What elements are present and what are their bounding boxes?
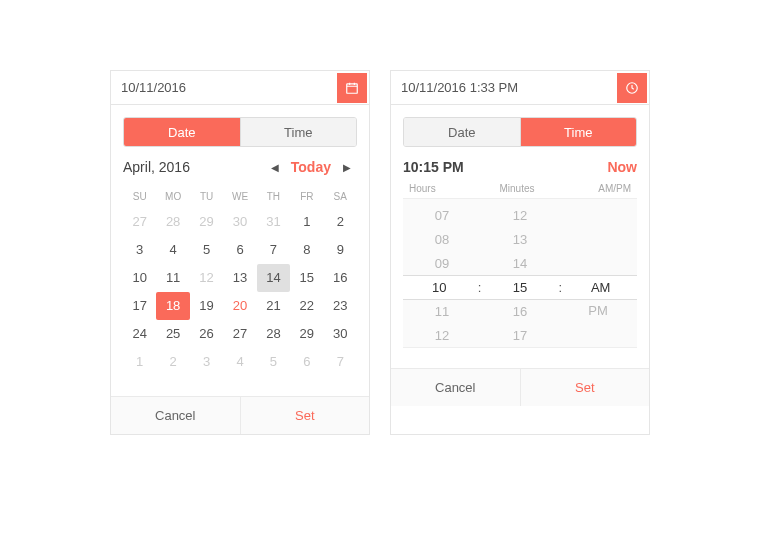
wheel-item[interactable]: 08 [435,228,449,252]
time-wheel[interactable]: 070809101112 121314151617 AMPM 10 : 15 :… [403,198,637,348]
calendar-day[interactable]: 31 [257,208,290,236]
calendar-day[interactable]: 22 [290,292,323,320]
calendar-day[interactable]: 16 [324,264,357,292]
prev-month-button[interactable]: ◀ [265,162,285,173]
wheel-item[interactable]: 17 [513,324,527,348]
calendar-day[interactable]: 18 [156,292,189,320]
day-of-week-header: SU [123,185,156,208]
wheel-item[interactable]: 14 [513,252,527,276]
day-of-week-header: TH [257,185,290,208]
tab-time[interactable]: Time [240,118,357,146]
day-of-week-header: SA [324,185,357,208]
calendar-day[interactable]: 6 [290,348,323,376]
calendar-day[interactable]: 6 [223,236,256,264]
calendar-day[interactable]: 9 [324,236,357,264]
calendar-day[interactable]: 14 [257,264,290,292]
today-button[interactable]: Today [285,159,337,175]
cancel-button[interactable]: Cancel [391,369,520,406]
set-button[interactable]: Set [520,369,650,406]
time-header: 10:15 PM Now [403,159,637,175]
day-of-week-header: TU [190,185,223,208]
minutes-column[interactable]: 121314151617 [481,199,559,347]
hours-label: Hours [403,183,481,194]
calendar-day[interactable]: 28 [257,320,290,348]
selected-time-label: 10:15 PM [403,159,464,175]
calendar-day[interactable]: 26 [190,320,223,348]
day-of-week-header: WE [223,185,256,208]
calendar-day[interactable]: 5 [190,236,223,264]
calendar-icon[interactable] [337,73,367,103]
time-picker-header: 10/11/2016 1:33 PM [391,71,649,105]
tab-time[interactable]: Time [520,118,637,146]
wheel-item[interactable]: PM [588,299,608,323]
calendar-nav: April, 2016 ◀ Today ▶ [123,159,357,175]
wheel-item[interactable]: 12 [513,204,527,228]
set-button[interactable]: Set [240,397,370,434]
svg-rect-0 [347,83,358,92]
datetime-tabs: Date Time [403,117,637,147]
calendar-day[interactable]: 4 [156,236,189,264]
day-of-week-header: FR [290,185,323,208]
calendar-day[interactable]: 20 [223,292,256,320]
tab-date[interactable]: Date [404,118,520,146]
ampm-column[interactable]: AMPM [559,199,637,347]
calendar-day[interactable]: 5 [257,348,290,376]
time-picker: 10/11/2016 1:33 PM Date Time 10:15 PM No… [390,70,650,435]
calendar-day[interactable]: 30 [324,320,357,348]
wheel-item[interactable]: 09 [435,252,449,276]
day-of-week-header: MO [156,185,189,208]
calendar-day[interactable]: 3 [123,236,156,264]
calendar-day[interactable]: 3 [190,348,223,376]
time-column-headers: Hours Minutes AM/PM [403,183,637,194]
calendar-day[interactable]: 21 [257,292,290,320]
date-picker-header: 10/11/2016 [111,71,369,105]
calendar-day[interactable]: 7 [257,236,290,264]
calendar-day[interactable]: 24 [123,320,156,348]
datetime-tabs: Date Time [123,117,357,147]
calendar-day[interactable]: 28 [156,208,189,236]
month-year-label[interactable]: April, 2016 [123,159,190,175]
tab-date[interactable]: Date [124,118,240,146]
calendar-day[interactable]: 29 [290,320,323,348]
calendar-day[interactable]: 8 [290,236,323,264]
date-input[interactable]: 10/11/2016 [111,80,335,95]
calendar-day[interactable]: 1 [123,348,156,376]
calendar-day[interactable]: 27 [223,320,256,348]
calendar-day[interactable]: 2 [156,348,189,376]
wheel-item[interactable]: 12 [435,324,449,348]
next-month-button[interactable]: ▶ [337,162,357,173]
calendar-grid: SUMOTUWETHFRSA27282930311234567891011121… [123,185,357,376]
wheel-item[interactable]: 16 [513,300,527,324]
wheel-selection-row: 10 : 15 : AM [403,275,637,300]
calendar-day[interactable]: 11 [156,264,189,292]
calendar-day[interactable]: 25 [156,320,189,348]
calendar-day[interactable]: 13 [223,264,256,292]
calendar-day[interactable]: 12 [190,264,223,292]
wheel-item[interactable]: 11 [435,300,449,324]
selected-minute: 15 [484,280,557,295]
clock-icon[interactable] [617,73,647,103]
calendar-day[interactable]: 7 [324,348,357,376]
calendar-day[interactable]: 30 [223,208,256,236]
calendar-day[interactable]: 1 [290,208,323,236]
cancel-button[interactable]: Cancel [111,397,240,434]
calendar-day[interactable]: 27 [123,208,156,236]
date-picker: 10/11/2016 Date Time April, 2016 ◀ Today… [110,70,370,435]
ampm-label: AM/PM [553,183,637,194]
now-button[interactable]: Now [607,159,637,175]
calendar-day[interactable]: 2 [324,208,357,236]
datetime-input[interactable]: 10/11/2016 1:33 PM [391,80,615,95]
wheel-item[interactable]: 07 [435,204,449,228]
selected-hour: 10 [403,280,476,295]
calendar-day[interactable]: 15 [290,264,323,292]
calendar-day[interactable]: 19 [190,292,223,320]
time-picker-footer: Cancel Set [391,368,649,406]
wheel-item[interactable]: 13 [513,228,527,252]
calendar-day[interactable]: 4 [223,348,256,376]
calendar-day[interactable]: 17 [123,292,156,320]
hours-column[interactable]: 070809101112 [403,199,481,347]
selected-ampm: AM [564,280,637,295]
calendar-day[interactable]: 29 [190,208,223,236]
calendar-day[interactable]: 10 [123,264,156,292]
calendar-day[interactable]: 23 [324,292,357,320]
